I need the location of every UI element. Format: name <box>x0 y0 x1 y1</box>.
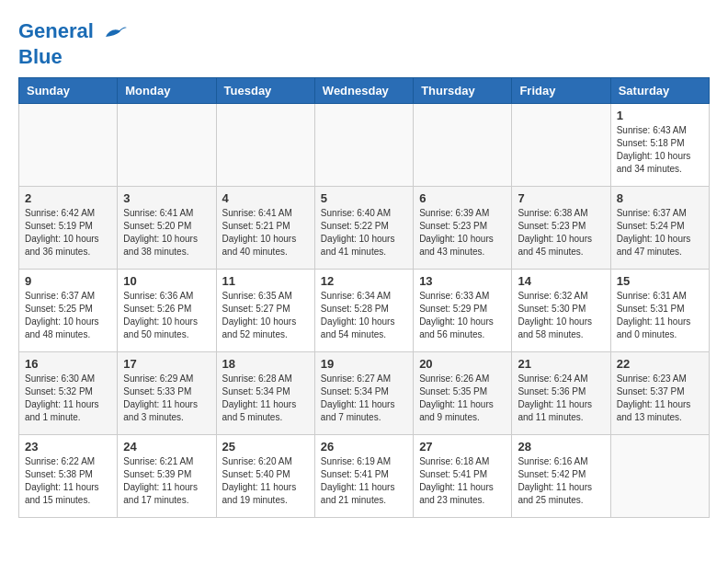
day-number: 17 <box>123 357 210 371</box>
day-info: Sunrise: 6:31 AM Sunset: 5:31 PM Dayligh… <box>617 290 703 341</box>
calendar-day-cell: 21Sunrise: 6:24 AM Sunset: 5:36 PM Dayli… <box>512 352 610 435</box>
day-number: 24 <box>123 440 210 454</box>
day-number: 11 <box>222 274 309 288</box>
day-number: 3 <box>123 191 210 205</box>
day-number: 23 <box>25 440 111 454</box>
day-info: Sunrise: 6:24 AM Sunset: 5:36 PM Dayligh… <box>518 373 604 424</box>
day-number: 18 <box>222 357 309 371</box>
day-info: Sunrise: 6:21 AM Sunset: 5:39 PM Dayligh… <box>123 455 210 507</box>
calendar-day-cell: 20Sunrise: 6:26 AM Sunset: 5:35 PM Dayli… <box>414 352 512 435</box>
day-number: 12 <box>321 274 407 288</box>
day-of-week-header: Monday <box>118 78 216 104</box>
day-info: Sunrise: 6:32 AM Sunset: 5:30 PM Dayligh… <box>518 290 604 341</box>
calendar-day-cell: 9Sunrise: 6:37 AM Sunset: 5:25 PM Daylig… <box>19 270 118 352</box>
calendar-day-cell: 15Sunrise: 6:31 AM Sunset: 5:31 PM Dayli… <box>610 270 709 352</box>
calendar-day-cell: 17Sunrise: 6:29 AM Sunset: 5:33 PM Dayli… <box>118 352 216 435</box>
calendar-week-row: 1Sunrise: 6:43 AM Sunset: 5:18 PM Daylig… <box>19 104 710 187</box>
day-info: Sunrise: 6:39 AM Sunset: 5:23 PM Dayligh… <box>419 207 506 259</box>
calendar-day-cell: 8Sunrise: 6:37 AM Sunset: 5:24 PM Daylig… <box>610 187 709 270</box>
day-number: 19 <box>321 357 407 371</box>
day-number: 22 <box>617 357 703 371</box>
day-number: 20 <box>419 357 506 371</box>
calendar-day-cell <box>216 104 314 187</box>
calendar-day-cell <box>19 104 118 187</box>
day-info: Sunrise: 6:41 AM Sunset: 5:21 PM Dayligh… <box>222 207 309 259</box>
calendar-day-cell: 23Sunrise: 6:22 AM Sunset: 5:38 PM Dayli… <box>19 435 118 518</box>
calendar-day-cell: 7Sunrise: 6:38 AM Sunset: 5:23 PM Daylig… <box>512 187 610 270</box>
calendar-week-row: 9Sunrise: 6:37 AM Sunset: 5:25 PM Daylig… <box>19 270 710 352</box>
calendar-day-cell: 1Sunrise: 6:43 AM Sunset: 5:18 PM Daylig… <box>610 104 709 187</box>
calendar-day-cell: 27Sunrise: 6:18 AM Sunset: 5:41 PM Dayli… <box>414 435 512 518</box>
day-number: 27 <box>419 440 506 454</box>
day-number: 25 <box>222 440 309 454</box>
calendar-day-cell: 12Sunrise: 6:34 AM Sunset: 5:28 PM Dayli… <box>314 270 413 352</box>
day-info: Sunrise: 6:33 AM Sunset: 5:29 PM Dayligh… <box>419 290 506 341</box>
day-info: Sunrise: 6:36 AM Sunset: 5:26 PM Dayligh… <box>123 290 210 341</box>
day-info: Sunrise: 6:26 AM Sunset: 5:35 PM Dayligh… <box>419 373 506 424</box>
calendar-header-row: SundayMondayTuesdayWednesdayThursdayFrid… <box>19 78 710 104</box>
calendar-day-cell: 28Sunrise: 6:16 AM Sunset: 5:42 PM Dayli… <box>512 435 610 518</box>
day-number: 28 <box>518 440 604 454</box>
day-of-week-header: Wednesday <box>314 78 413 104</box>
day-number: 26 <box>321 440 407 454</box>
day-number: 8 <box>617 191 703 205</box>
day-info: Sunrise: 6:20 AM Sunset: 5:40 PM Dayligh… <box>222 455 309 507</box>
calendar-week-row: 16Sunrise: 6:30 AM Sunset: 5:32 PM Dayli… <box>19 352 710 435</box>
day-info: Sunrise: 6:35 AM Sunset: 5:27 PM Dayligh… <box>222 290 309 341</box>
day-info: Sunrise: 6:34 AM Sunset: 5:28 PM Dayligh… <box>321 290 407 341</box>
calendar-day-cell: 18Sunrise: 6:28 AM Sunset: 5:34 PM Dayli… <box>216 352 314 435</box>
day-info: Sunrise: 6:41 AM Sunset: 5:20 PM Dayligh… <box>123 207 210 259</box>
day-info: Sunrise: 6:43 AM Sunset: 5:18 PM Dayligh… <box>617 124 703 176</box>
day-info: Sunrise: 6:40 AM Sunset: 5:22 PM Dayligh… <box>321 207 407 259</box>
day-info: Sunrise: 6:23 AM Sunset: 5:37 PM Dayligh… <box>617 373 703 424</box>
day-info: Sunrise: 6:28 AM Sunset: 5:34 PM Dayligh… <box>222 373 309 424</box>
day-info: Sunrise: 6:37 AM Sunset: 5:25 PM Dayligh… <box>25 290 111 341</box>
day-number: 21 <box>518 357 604 371</box>
calendar-day-cell: 4Sunrise: 6:41 AM Sunset: 5:21 PM Daylig… <box>216 187 314 270</box>
calendar-day-cell: 19Sunrise: 6:27 AM Sunset: 5:34 PM Dayli… <box>314 352 413 435</box>
day-number: 16 <box>25 357 111 371</box>
day-number: 10 <box>123 274 210 288</box>
logo-general: General <box>18 19 94 42</box>
calendar-day-cell <box>314 104 413 187</box>
day-info: Sunrise: 6:30 AM Sunset: 5:32 PM Dayligh… <box>25 373 111 424</box>
calendar-day-cell: 11Sunrise: 6:35 AM Sunset: 5:27 PM Dayli… <box>216 270 314 352</box>
day-of-week-header: Sunday <box>19 78 118 104</box>
calendar-day-cell: 22Sunrise: 6:23 AM Sunset: 5:37 PM Dayli… <box>610 352 709 435</box>
calendar-week-row: 23Sunrise: 6:22 AM Sunset: 5:38 PM Dayli… <box>19 435 710 518</box>
day-number: 5 <box>321 191 407 205</box>
calendar-table: SundayMondayTuesdayWednesdayThursdayFrid… <box>18 77 710 518</box>
day-number: 2 <box>25 191 111 205</box>
logo-blue: Blue <box>18 46 129 68</box>
calendar-day-cell: 3Sunrise: 6:41 AM Sunset: 5:20 PM Daylig… <box>118 187 216 270</box>
calendar-day-cell <box>610 435 709 518</box>
day-info: Sunrise: 6:16 AM Sunset: 5:42 PM Dayligh… <box>518 455 604 507</box>
calendar-day-cell <box>414 104 512 187</box>
day-number: 6 <box>419 191 506 205</box>
day-info: Sunrise: 6:19 AM Sunset: 5:41 PM Dayligh… <box>321 455 407 507</box>
day-number: 13 <box>419 274 506 288</box>
logo-bird-icon <box>101 18 129 46</box>
day-info: Sunrise: 6:29 AM Sunset: 5:33 PM Dayligh… <box>123 373 210 424</box>
day-info: Sunrise: 6:37 AM Sunset: 5:24 PM Dayligh… <box>617 207 703 259</box>
calendar-day-cell <box>118 104 216 187</box>
day-number: 1 <box>617 109 703 122</box>
day-number: 4 <box>222 191 309 205</box>
calendar-day-cell: 14Sunrise: 6:32 AM Sunset: 5:30 PM Dayli… <box>512 270 610 352</box>
calendar-day-cell: 24Sunrise: 6:21 AM Sunset: 5:39 PM Dayli… <box>118 435 216 518</box>
calendar-day-cell <box>512 104 610 187</box>
day-of-week-header: Tuesday <box>216 78 314 104</box>
logo: General Blue <box>18 18 129 68</box>
calendar-week-row: 2Sunrise: 6:42 AM Sunset: 5:19 PM Daylig… <box>19 187 710 270</box>
day-info: Sunrise: 6:27 AM Sunset: 5:34 PM Dayligh… <box>321 373 407 424</box>
calendar-day-cell: 2Sunrise: 6:42 AM Sunset: 5:19 PM Daylig… <box>19 187 118 270</box>
calendar-day-cell: 6Sunrise: 6:39 AM Sunset: 5:23 PM Daylig… <box>414 187 512 270</box>
day-number: 7 <box>518 191 604 205</box>
page-header: General Blue <box>18 18 710 68</box>
day-of-week-header: Friday <box>512 78 610 104</box>
calendar-day-cell: 25Sunrise: 6:20 AM Sunset: 5:40 PM Dayli… <box>216 435 314 518</box>
day-number: 15 <box>617 274 703 288</box>
calendar-day-cell: 16Sunrise: 6:30 AM Sunset: 5:32 PM Dayli… <box>19 352 118 435</box>
calendar-day-cell: 13Sunrise: 6:33 AM Sunset: 5:29 PM Dayli… <box>414 270 512 352</box>
day-info: Sunrise: 6:22 AM Sunset: 5:38 PM Dayligh… <box>25 455 111 507</box>
